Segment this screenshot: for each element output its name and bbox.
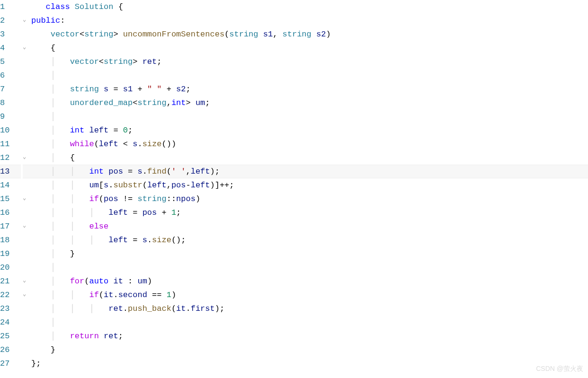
token-guide: │ — [51, 316, 55, 329]
code-line[interactable]: │ │ int pos = s.find(' ',left); — [31, 165, 588, 178]
line-number: 7 — [0, 82, 5, 96]
token-str: " " — [147, 82, 162, 96]
code-line[interactable]: │ — [31, 110, 588, 123]
line-number: 14 — [0, 178, 9, 192]
token-punct: , — [167, 96, 171, 110]
line-number: 3 — [0, 27, 5, 41]
fold-toggle-icon[interactable]: ⌄ — [23, 41, 26, 54]
code-line[interactable]: │ │ │ left = pos + 1; — [31, 206, 588, 220]
token-ident: ret — [143, 55, 157, 69]
token-plain — [55, 302, 70, 316]
fold-toggle-icon[interactable]: ⌄ — [23, 150, 26, 164]
fold-toggle-icon[interactable]: ⌄ — [23, 219, 26, 233]
token-punct: ; — [157, 55, 161, 69]
token-op: == — [152, 288, 161, 302]
token-plain — [75, 178, 89, 192]
code-line[interactable]: │ │ else — [31, 220, 588, 233]
code-line[interactable]: } — [31, 343, 588, 357]
token-guide: │ — [51, 206, 55, 220]
token-plain — [55, 206, 70, 220]
token-plain — [167, 206, 171, 220]
token-guide: │ — [51, 123, 55, 137]
code-area[interactable]: class Solution {public: vector<string> u… — [31, 0, 588, 378]
token-ident: pos — [143, 206, 157, 220]
code-line[interactable]: │ string s = s1 + " " + s2; — [31, 82, 588, 96]
code-line[interactable]: │ { — [31, 151, 588, 165]
token-plain — [118, 192, 123, 206]
token-func: push_back — [128, 302, 171, 316]
line-number: 19 — [0, 247, 9, 261]
token-guide: │ — [70, 233, 75, 247]
token-punct: ( — [99, 192, 104, 206]
token-plain — [157, 206, 161, 220]
token-plain — [55, 220, 70, 233]
token-ident: um — [137, 274, 147, 288]
token-punct: , — [186, 165, 191, 178]
code-line[interactable]: │ } — [31, 247, 588, 261]
fold-toggle-icon[interactable]: ⌄ — [23, 274, 26, 288]
code-line[interactable]: class Solution { — [31, 0, 588, 14]
token-plain — [31, 206, 51, 220]
code-line[interactable]: │ unordered_map<string,int> um; — [31, 96, 588, 110]
code-line[interactable]: │ for(auto it : um) — [31, 274, 588, 288]
token-plain — [118, 123, 123, 137]
code-line[interactable]: │ return ret; — [31, 329, 588, 343]
token-punct: ( — [143, 178, 147, 192]
token-punct: , — [273, 27, 282, 41]
token-ident: s — [104, 178, 108, 192]
line-number: 24 — [0, 316, 9, 329]
token-plain — [31, 55, 51, 69]
fold-toggle-icon[interactable]: ⌄ — [23, 13, 26, 27]
token-plain — [258, 27, 263, 41]
code-line[interactable]: vector<string> uncommonFromSentences(str… — [31, 27, 588, 41]
code-line[interactable]: │ — [31, 69, 588, 82]
token-punct: [ — [99, 178, 104, 192]
token-plain — [31, 192, 51, 206]
token-punct: )]++; — [210, 178, 234, 192]
token-plain — [99, 329, 104, 343]
token-plain — [161, 82, 166, 96]
token-op: != — [123, 192, 133, 206]
code-line[interactable]: │ int left = 0; — [31, 123, 588, 137]
token-plain — [55, 247, 70, 261]
token-func: size — [143, 137, 162, 151]
code-line[interactable]: { — [31, 41, 588, 55]
code-line[interactable]: │ │ │ left = s.size(); — [31, 233, 588, 247]
token-guide: │ — [51, 178, 55, 192]
token-plain — [31, 41, 51, 55]
fold-toggle-icon[interactable]: ⌄ — [23, 192, 26, 205]
token-ident: s2 — [316, 27, 326, 41]
code-line[interactable]: │ — [31, 316, 588, 329]
token-kw-purple: return — [70, 329, 99, 343]
line-number: 13 — [0, 165, 9, 178]
code-line[interactable]: │ │ if(pos != string::npos) — [31, 192, 588, 206]
token-plain — [118, 137, 123, 151]
token-kw-purple: while — [70, 137, 94, 151]
token-plain — [75, 233, 89, 247]
code-line[interactable]: │ while(left < s.size()) — [31, 137, 588, 151]
token-num: 0 — [123, 123, 128, 137]
code-line[interactable]: │ │ │ ret.push_back(it.first); — [31, 302, 588, 316]
code-line[interactable]: public: — [31, 14, 588, 27]
line-number: 6 — [0, 69, 5, 82]
line-number: 11 — [0, 137, 9, 151]
line-number: 2 — [0, 14, 5, 27]
code-line[interactable]: │ │ if(it.second == 1) — [31, 288, 588, 302]
fold-column: ⌄⌄⌄⌄⌄⌄⌄ — [23, 0, 31, 378]
token-punct: . — [113, 288, 118, 302]
token-plain — [143, 82, 147, 96]
token-ident: it — [104, 288, 113, 302]
token-punct: ) — [147, 274, 152, 288]
token-ident: npos — [176, 192, 196, 206]
token-guide: │ — [51, 110, 55, 123]
token-punct: ( — [99, 288, 104, 302]
code-line[interactable]: │ — [31, 261, 588, 274]
code-line[interactable]: }; — [31, 357, 588, 370]
fold-toggle-icon[interactable]: ⌄ — [23, 288, 26, 301]
token-plain — [55, 233, 70, 247]
token-guide: │ — [70, 288, 75, 302]
code-editor[interactable]: 1234567891011121314151617181920212223242… — [0, 0, 588, 378]
code-line[interactable]: │ │ um[s.substr(left,pos-left)]++; — [31, 178, 588, 192]
token-punct: :: — [167, 192, 176, 206]
code-line[interactable]: │ vector<string> ret; — [31, 55, 588, 69]
